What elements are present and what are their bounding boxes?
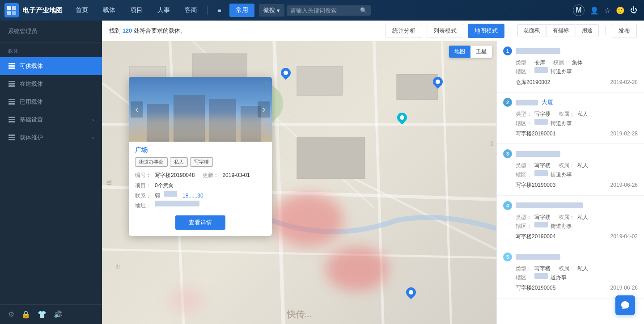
list-item-header: 1: [503, 46, 638, 55]
nav-item-personnel[interactable]: 人事: [151, 4, 176, 17]
list-item-body: 类型： 写字楼 权属： 私人 辖区： 街道办事 写字楼20190003: [503, 161, 638, 189]
popup-tag-district: 街道办事处: [135, 157, 168, 167]
list-item-number: 2: [503, 98, 512, 107]
used-carrier-icon: [8, 98, 15, 105]
svg-rect-4: [8, 63, 15, 64]
list-item[interactable]: 1 类型： 仓库 权属： 集体 辖区： 街道办事: [497, 41, 644, 93]
nav-search-area: 微搜 ▾ 🔍: [259, 4, 371, 17]
nav-m-icon[interactable]: M: [573, 4, 585, 16]
map-list-container: 地图 卫星 快传... 桃 联 办: [102, 41, 644, 324]
map-side-text3: 办: [115, 263, 121, 270]
basic-settings-icon: [8, 116, 15, 123]
settings-icon[interactable]: ⚙: [8, 310, 14, 319]
popup-close-button[interactable]: ×: [264, 80, 268, 87]
popup-project-value: 0个意向: [155, 181, 174, 191]
right-panel-list: 1 类型： 仓库 权属： 集体 辖区： 街道办事: [496, 41, 644, 324]
list-item-number: 1: [503, 46, 512, 55]
map-switch-map[interactable]: 地图: [449, 46, 470, 58]
svg-rect-31: [297, 66, 342, 95]
nav-user-icon[interactable]: 👤: [590, 6, 599, 15]
popup-title: 广场: [135, 146, 266, 154]
list-item[interactable]: 5 类型： 写字楼 权属： 私人 辖区： 道办事: [497, 247, 644, 299]
filter-purpose-button[interactable]: 用途: [576, 24, 599, 37]
volume-icon[interactable]: 🔊: [54, 310, 63, 319]
map-pin-2[interactable]: [395, 110, 409, 124]
filter-has-index-button[interactable]: 有指标: [547, 24, 575, 37]
map-watermark: 快传...: [287, 308, 312, 320]
map-mode-button[interactable]: 地图模式: [468, 24, 504, 38]
list-item-number: 3: [503, 149, 512, 158]
district-blur: [534, 273, 548, 279]
popup-next-button[interactable]: ›: [258, 101, 270, 118]
sidebar-item-available-carrier[interactable]: 可供载体: [0, 57, 102, 75]
search-icon[interactable]: 🔍: [360, 7, 367, 14]
map-region-red: [272, 193, 343, 247]
svg-rect-16: [8, 135, 15, 136]
stats-analysis-button[interactable]: 统计分析: [386, 24, 422, 38]
map-switch-satellite[interactable]: 卫星: [470, 46, 492, 58]
svg-line-25: [442, 41, 451, 324]
nav-grid-icon[interactable]: ≡: [211, 4, 227, 17]
svg-rect-6: [8, 67, 15, 69]
nav-power-icon[interactable]: ⏻: [630, 6, 637, 14]
list-item[interactable]: 4 类型： 写字楼 权属： 私人 辖区： 街道办事: [497, 196, 644, 247]
map-side-text2: 联: [488, 140, 494, 148]
map-satellite-toggle: 地图 卫星: [449, 46, 492, 58]
nav-item-frequent[interactable]: 常用: [229, 4, 254, 17]
nav-item-home[interactable]: 首页: [69, 4, 94, 17]
svg-line-23: [274, 41, 283, 324]
nav-item-project[interactable]: 项目: [124, 4, 149, 17]
nav-logo: 电子产业地图: [4, 3, 63, 17]
chat-button[interactable]: [615, 295, 635, 315]
list-item-header: 2 大厦: [503, 98, 638, 107]
map-pin-5[interactable]: [404, 285, 418, 299]
district-blur: [534, 222, 548, 227]
nav-item-carrier[interactable]: 载体: [97, 4, 122, 17]
lock-icon[interactable]: 🔒: [21, 310, 30, 319]
map-region-light-red: [169, 287, 205, 314]
sidebar-item-label: 已用载体: [20, 98, 43, 106]
nav-star-icon[interactable]: ☆: [604, 6, 610, 15]
sidebar-item-used-carrier[interactable]: 已用载体: [0, 93, 102, 111]
svg-rect-18: [8, 139, 15, 140]
micro-search-trigger[interactable]: 微搜 ▾: [259, 4, 284, 17]
toolbar-divider: [511, 26, 511, 35]
popup-update-label: 更新：: [203, 170, 219, 181]
filter-total-area-button[interactable]: 总面积: [517, 24, 546, 37]
list-item-body: 类型： 写字楼 权属： 私人 辖区： 道办事 写字楼20190005: [503, 264, 638, 293]
clothing-icon[interactable]: 👕: [38, 310, 47, 319]
svg-rect-17: [8, 137, 15, 138]
sidebar-user: 系统管理员: [0, 21, 102, 42]
map-pin-1[interactable]: [431, 75, 445, 88]
sidebar-item-carrier-maintenance[interactable]: 载体维护 ›: [0, 129, 102, 147]
list-item[interactable]: 3 类型： 写字楼 权属： 私人 辖区： 街道办事: [497, 144, 644, 195]
svg-rect-12: [8, 103, 15, 105]
list-mode-button[interactable]: 列表模式: [427, 24, 463, 38]
app-title: 电子产业地图: [22, 6, 63, 15]
popup-contact-phone[interactable]: 18......30: [182, 191, 203, 201]
list-item[interactable]: 2 大厦 类型： 写字楼 权属： 私人 辖区：: [497, 93, 644, 144]
svg-rect-9: [8, 85, 15, 87]
svg-rect-13: [8, 117, 15, 118]
popup-image: ‹ ›: [129, 77, 272, 142]
list-item-header: 5: [503, 252, 638, 261]
list-item-header: 4: [503, 201, 638, 210]
nav-item-client[interactable]: 客商: [178, 4, 203, 17]
map-area[interactable]: 地图 卫星 快传... 桃 联 办: [102, 41, 496, 324]
sidebar-item-basic-settings[interactable]: 基础设置 ›: [0, 111, 102, 129]
sidebar: 系统管理员 载体 可供载体 在建载体: [0, 21, 102, 324]
publish-button[interactable]: 发布: [612, 24, 637, 38]
popup-detail-button[interactable]: 查看详情: [175, 215, 225, 230]
popup-address-label: 地址：: [135, 201, 151, 211]
popup-prev-button[interactable]: ‹: [131, 101, 143, 118]
svg-rect-14: [8, 119, 15, 120]
svg-rect-3: [12, 11, 16, 15]
map-side-text: 桃: [106, 180, 113, 185]
nav-emoji-icon[interactable]: 🙂: [616, 6, 625, 15]
search-input[interactable]: [290, 7, 357, 14]
map-pin-3[interactable]: [279, 66, 292, 80]
content-area: 找到 120 处符合要求的载体。 统计分析 列表模式 地图模式 总面积 有指标 …: [102, 21, 644, 324]
sidebar-item-building-carrier[interactable]: 在建载体: [0, 75, 102, 93]
top-navigation: 电子产业地图 首页 载体 项目 人事 客商 ≡ 常用 微搜 ▾ 🔍 M 👤 ☆ …: [0, 0, 644, 21]
search-input-wrap[interactable]: 🔍: [287, 5, 371, 16]
